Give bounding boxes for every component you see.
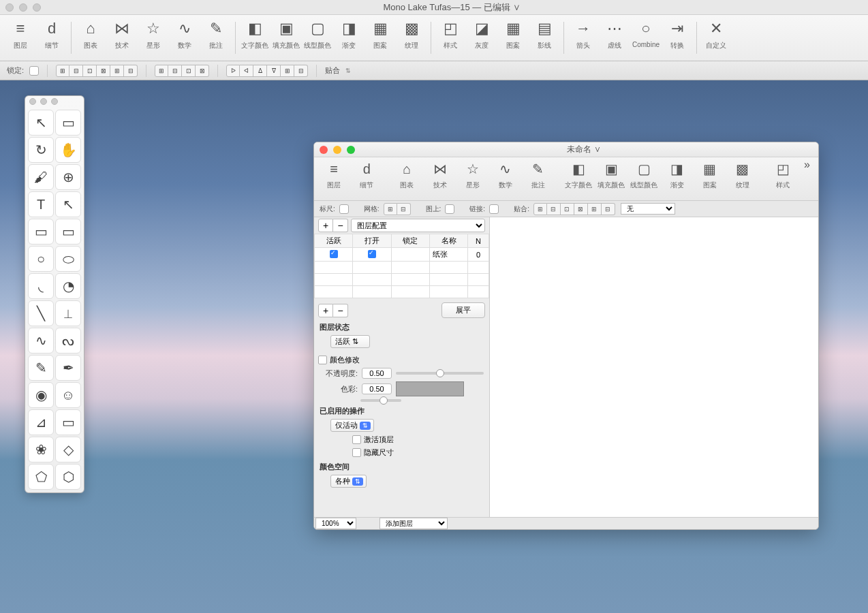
tool-wave[interactable]: ∿ <box>28 328 54 353</box>
toolbar-stars[interactable]: ☆星形 <box>138 18 168 58</box>
open-checkbox[interactable] <box>368 250 376 258</box>
toolbar-shadow[interactable]: ▤影线 <box>529 18 559 58</box>
insp-toolbar-charts[interactable]: ⌂图表 <box>391 159 422 190</box>
align-btn[interactable]: ⊡ <box>83 65 97 77</box>
fit-dropdown-icon[interactable]: ⇅ <box>345 67 351 74</box>
tool-curve[interactable]: ⟂ <box>55 300 81 326</box>
align-btn[interactable]: ⊠ <box>97 65 110 77</box>
zoom-select[interactable]: 100% <box>315 518 356 529</box>
canvas-area[interactable] <box>490 217 818 517</box>
insp-toolbar-tech[interactable]: ⋈技术 <box>424 159 455 190</box>
toolbar-combine[interactable]: ○Combine <box>631 18 661 58</box>
tool-spiral[interactable]: ◉ <box>28 382 54 408</box>
align-btn[interactable]: ⊟ <box>124 65 138 77</box>
insp-toolbar-textcolor[interactable]: ◧文字颜色 <box>563 159 594 190</box>
remove-layer-button[interactable]: − <box>333 304 348 317</box>
status-dropdown[interactable]: 活跃 ⇅ <box>330 335 370 348</box>
opacity-input[interactable] <box>362 368 392 379</box>
tool-brush[interactable]: 🖌 <box>28 164 54 190</box>
colorspace-dropdown[interactable]: 各种 ⇅ <box>330 475 367 488</box>
toolbar-linecolor[interactable]: ▢线型颜色 <box>303 18 332 58</box>
toolbar-charts[interactable]: ⌂图表 <box>76 18 106 58</box>
align-btn[interactable]: ⊟ <box>69 65 83 77</box>
close-icon[interactable] <box>320 146 328 154</box>
tool-spiral2[interactable]: ᔓ <box>55 328 81 353</box>
dist-btn[interactable]: ⊞ <box>155 65 168 77</box>
toolbar-gradient[interactable]: ◨渐变 <box>334 18 364 58</box>
zoom-icon[interactable] <box>347 146 355 154</box>
remove-config-button[interactable]: − <box>333 219 348 232</box>
toolbar-style[interactable]: ◰样式 <box>435 18 465 58</box>
toolbar-dash[interactable]: ⋯虚线 <box>600 18 630 58</box>
grid-btn[interactable]: ⊟ <box>397 203 411 215</box>
tool-marquee[interactable]: ▭ <box>55 110 81 136</box>
tool-pencil[interactable]: ✎ <box>28 355 54 381</box>
tool-rect[interactable]: ▭ <box>28 219 54 245</box>
col-lock[interactable]: 锁定 <box>391 234 429 248</box>
dist-btn[interactable]: ⊠ <box>196 65 209 77</box>
color-mod-checkbox[interactable] <box>318 356 327 364</box>
toolbar-textcolor[interactable]: ◧文字颜色 <box>240 18 270 58</box>
snap-btn[interactable]: ⊠ <box>574 203 588 215</box>
insp-toolbar-pattern[interactable]: ▦图案 <box>694 159 726 190</box>
tool-line[interactable]: ╲ <box>28 300 54 326</box>
active-checkbox[interactable] <box>330 250 338 258</box>
toolbar-custom[interactable]: ✕自定义 <box>701 18 731 58</box>
active-only-dropdown[interactable]: 仅活动 ⇅ <box>330 419 374 432</box>
snap-btn[interactable]: ⊞ <box>533 203 547 215</box>
align-btn[interactable]: ⊞ <box>56 65 69 77</box>
col-n[interactable]: N <box>468 234 489 248</box>
tool-oval[interactable]: ⬭ <box>55 246 81 272</box>
insp-toolbar-linecolor[interactable]: ▢线型颜色 <box>628 159 660 190</box>
tool-zoom[interactable]: ⊕ <box>55 164 81 190</box>
onimg-checkbox[interactable] <box>445 204 454 214</box>
flip-btn[interactable]: ⊞ <box>281 65 294 77</box>
toolbar-pattern[interactable]: ▦图案 <box>365 18 395 58</box>
tool-rrect[interactable]: ▭ <box>55 219 81 245</box>
tool-leaf[interactable]: ⊿ <box>28 409 54 435</box>
ruler-checkbox[interactable] <box>339 204 349 214</box>
tool-pie[interactable]: ◔ <box>55 273 81 299</box>
insp-toolbar-stars[interactable]: ☆星形 <box>457 159 489 190</box>
add-config-button[interactable]: + <box>318 219 333 232</box>
flip-btn[interactable]: ᐅ <box>226 65 240 77</box>
toolbar-annot[interactable]: ✎批注 <box>201 18 231 58</box>
close-icon[interactable] <box>5 3 14 12</box>
palette-min-icon[interactable] <box>40 98 47 105</box>
table-row[interactable]: 纸张 0 <box>315 248 489 262</box>
tool-rotate[interactable]: ↻ <box>28 137 54 163</box>
palette-zoom-icon[interactable] <box>51 98 58 105</box>
snap-btn[interactable]: ⊡ <box>561 203 574 215</box>
tool-hand[interactable]: ✋ <box>55 137 81 163</box>
more-icon[interactable]: » <box>800 159 814 171</box>
add-layer-button[interactable]: + <box>318 304 333 317</box>
flip-btn[interactable]: ᐊ <box>240 65 253 77</box>
insp-toolbar-texture[interactable]: ▩纹理 <box>727 159 758 190</box>
toolbar-math[interactable]: ∿数学 <box>170 18 200 58</box>
snap-btn[interactable]: ⊟ <box>602 203 615 215</box>
tool-cursor2[interactable]: ↖ <box>55 191 81 217</box>
link-checkbox[interactable] <box>489 204 499 214</box>
insp-toolbar-style[interactable]: ◰样式 <box>767 159 799 190</box>
tool-arc[interactable]: ◟ <box>28 273 54 299</box>
flip-btn[interactable]: ⊟ <box>294 65 308 77</box>
tool-pen[interactable]: ✒ <box>55 355 81 381</box>
color-swatch[interactable] <box>396 381 464 396</box>
toolbar-gray[interactable]: ◪灰度 <box>467 18 497 58</box>
col-active[interactable]: 活跃 <box>315 234 353 248</box>
tool-apple[interactable]: ❀ <box>28 437 54 462</box>
align-btn[interactable]: ⊞ <box>110 65 124 77</box>
dist-btn[interactable]: ⊟ <box>168 65 182 77</box>
zoom-icon[interactable] <box>33 3 41 12</box>
tool-pentagon[interactable]: ⬠ <box>28 464 54 490</box>
insp-toolbar-details[interactable]: d细节 <box>351 159 382 190</box>
color-slider[interactable] <box>360 399 401 402</box>
table-row[interactable] <box>315 274 489 286</box>
toolbar-arrow[interactable]: →箭头 <box>568 18 598 58</box>
palette-close-icon[interactable] <box>29 98 36 105</box>
insp-toolbar-layers[interactable]: ≡图层 <box>318 159 350 190</box>
insp-toolbar-annot[interactable]: ✎批注 <box>523 159 554 190</box>
snap-btn[interactable]: ⊟ <box>547 203 561 215</box>
insp-toolbar-math[interactable]: ∿数学 <box>490 159 521 190</box>
col-name[interactable]: 名称 <box>429 234 467 248</box>
